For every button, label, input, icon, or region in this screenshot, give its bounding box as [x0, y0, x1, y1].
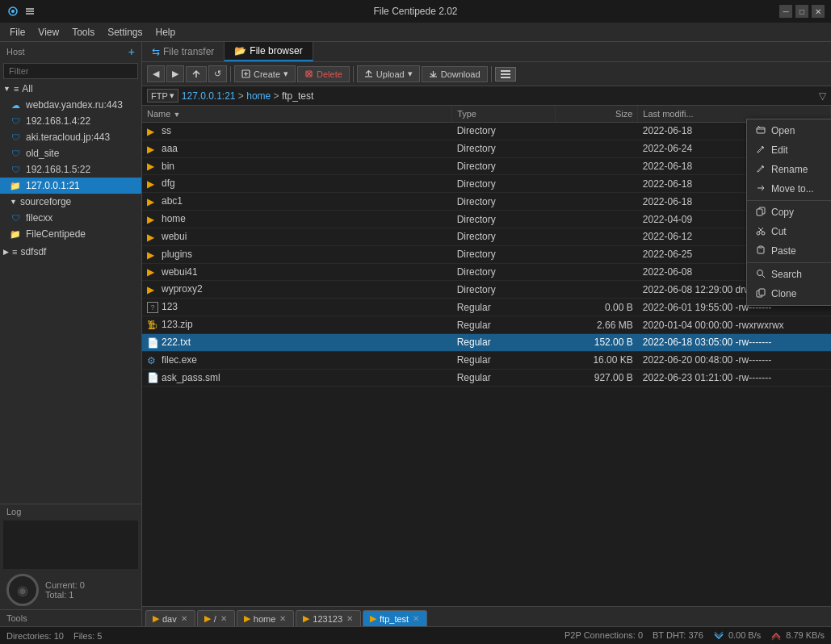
hamburger-menu-button[interactable]: [495, 67, 516, 82]
delete-button[interactable]: Delete: [297, 66, 350, 82]
menu-help[interactable]: Help: [149, 25, 183, 40]
sidebar-add-button[interactable]: +: [128, 45, 135, 58]
upload-button[interactable]: Upload ▾: [357, 65, 420, 82]
ctx-rename[interactable]: Rename F2: [747, 160, 831, 179]
ctx-copy[interactable]: Copy Ctrl+C: [747, 203, 831, 222]
file-table-body: ▶ssDirectory2022-06-18▶aaaDirectory2022-…: [142, 123, 831, 387]
ctx-paste[interactable]: Paste Ctrl+V: [747, 241, 831, 261]
folder-icon: ▶: [147, 178, 158, 190]
menu-file[interactable]: File: [3, 25, 31, 40]
log-area: [3, 521, 138, 569]
sidebar-group-all[interactable]: ▼ ≡ All: [0, 81, 141, 97]
col-size[interactable]: Size: [556, 106, 638, 123]
cell-size: [556, 263, 638, 281]
bottom-tab-close-button[interactable]: ✕: [279, 614, 287, 623]
table-row[interactable]: ▶webuiDirectory2022-06-12: [142, 228, 831, 245]
sidebar-item-filecentipede[interactable]: 📁 FileCentipede: [0, 226, 141, 242]
bottom-tab-ftp_test[interactable]: ▶ ftp_test ✕: [363, 610, 427, 626]
sidebar-group-sdfsdf[interactable]: ▶ ≡ sdfsdf: [0, 244, 141, 260]
crumb-home[interactable]: home: [246, 90, 271, 102]
ctx-moveto[interactable]: Move to...: [747, 179, 831, 199]
forward-button[interactable]: ▶: [166, 65, 184, 82]
bottom-tab-close-button[interactable]: ✕: [346, 614, 354, 623]
current-label: Current:: [45, 580, 78, 590]
maximize-button[interactable]: □: [795, 5, 808, 18]
bottom-tab-123123[interactable]: ▶ 123123 ✕: [296, 610, 361, 626]
up-button[interactable]: [186, 66, 207, 82]
table-row[interactable]: ▶dfgDirectory2022-06-18: [142, 175, 831, 193]
bottom-tab-close-button[interactable]: ✕: [412, 614, 420, 623]
create-button[interactable]: Create ▾: [234, 65, 296, 82]
col-name[interactable]: Name ▼: [142, 106, 452, 123]
ctx-sep-1: [747, 200, 831, 201]
status-bdt: BT DHT: 376: [653, 630, 703, 641]
table-row[interactable]: 📄ask_pass.smlRegular927.00 B2022-06-23 0…: [142, 369, 831, 387]
close-button[interactable]: ✕: [812, 5, 825, 18]
bottom-tab-dav[interactable]: ▶ dav ✕: [145, 610, 195, 626]
bottom-tab-home[interactable]: ▶ home ✕: [237, 610, 295, 626]
table-row[interactable]: 🗜123.zipRegular2.66 MB2020-01-04 00:00:0…: [142, 316, 831, 334]
folder-icon: ▶: [147, 144, 158, 155]
sidebar-group-sourceforge[interactable]: ▼ sourceforge: [0, 194, 141, 210]
sidebar-item-filecxx[interactable]: 🛡 filecxx: [0, 210, 141, 226]
table-row[interactable]: ▶pluginsDirectory2022-06-25: [142, 245, 831, 263]
table-row[interactable]: ▶aaaDirectory2022-06-24: [142, 140, 831, 157]
table-row[interactable]: 📄222.txtRegular152.00 B2022-06-18 03:05:…: [142, 333, 831, 351]
table-row[interactable]: ?123Regular0.00 B2022-06-01 19:55:00 -rw…: [142, 299, 831, 316]
sidebar-item-local[interactable]: 📁 127.0.0.1:21: [0, 178, 141, 194]
sidebar-filter-input[interactable]: [3, 63, 138, 79]
cell-size: 152.00 B: [556, 333, 638, 351]
cell-name: ▶aaa: [142, 140, 452, 157]
bottom-tab-close-button[interactable]: ✕: [180, 614, 188, 623]
crumb-root[interactable]: 127.0.0.1:21: [182, 90, 236, 102]
table-row[interactable]: ▶ssDirectory2022-06-18: [142, 123, 831, 140]
protocol-dropdown[interactable]: FTP ▾: [147, 89, 178, 102]
sidebar-item-webdav[interactable]: ☁ webdav.yandex.ru:443: [0, 97, 141, 113]
table-row[interactable]: ▶wyproxy2Directory2022-06-08 12:29:00 dr…: [142, 281, 831, 299]
file-table-container[interactable]: Name ▼ Type Size Last modifi...: [142, 106, 831, 606]
table-row[interactable]: ▶webui41Directory2022-06-08: [142, 263, 831, 281]
sidebar-item-old-site[interactable]: 🛡 old_site: [0, 145, 141, 161]
ctx-search[interactable]: Search Ctrl+F: [747, 265, 831, 284]
minimize-button[interactable]: ─: [779, 5, 792, 18]
table-row[interactable]: ▶homeDirectory2022-04-09: [142, 211, 831, 228]
download-button[interactable]: Download: [422, 66, 488, 82]
address-filter-icon[interactable]: ▽: [819, 90, 826, 102]
cell-type: Directory: [452, 123, 556, 140]
back-button[interactable]: ◀: [147, 65, 165, 82]
svg-rect-10: [759, 246, 762, 248]
sidebar-all-text: All: [22, 83, 32, 94]
main-area: Host + ▼ ≡ All ☁ webdav.yandex.ru:443 🛡 …: [0, 42, 831, 626]
tab-folder-icon: ▶: [244, 613, 250, 624]
table-row[interactable]: ⚙filec.exeRegular16.00 KB2022-06-20 00:4…: [142, 351, 831, 369]
table-row[interactable]: ▶abc1Directory2022-06-18: [142, 193, 831, 211]
col-type[interactable]: Type: [452, 106, 556, 123]
menubar: File View Tools Settings Help: [0, 23, 831, 42]
bottom-tab-root[interactable]: ▶ / ✕: [197, 610, 235, 626]
menu-settings[interactable]: Settings: [101, 25, 149, 40]
tab-file-browser[interactable]: 📂 File browser: [225, 42, 313, 61]
tools-label: Tools: [6, 613, 27, 623]
sidebar-item-label: webdav.yandex.ru:443: [26, 99, 123, 111]
sidebar-item-ip1[interactable]: 🛡 192.168.1.4:22: [0, 113, 141, 129]
create-label: Create: [254, 69, 280, 79]
refresh-button[interactable]: ↺: [208, 65, 227, 82]
ctx-edit[interactable]: Edit Ctrl+E: [747, 140, 831, 160]
sidebar-item-aki[interactable]: 🛡 aki.teracloud.jp:443: [0, 129, 141, 145]
menu-tools[interactable]: Tools: [65, 25, 101, 40]
table-row[interactable]: ▶binDirectory2022-06-18: [142, 157, 831, 175]
cell-name: ⚙filec.exe: [142, 351, 452, 369]
titlebar-left: [6, 5, 36, 18]
tab-file-transfer[interactable]: ⇆ File transfer: [142, 42, 225, 61]
cell-name: ▶ss: [142, 123, 452, 140]
ctx-cut[interactable]: Cut Ctrl+X: [747, 222, 831, 241]
toolbar-sep-2: [353, 66, 354, 82]
cell-name: ▶webui: [142, 228, 452, 245]
bottom-tab-label: dav: [162, 614, 177, 624]
ctx-open[interactable]: Open Return: [747, 121, 831, 140]
bottom-tab-label: 123123: [313, 614, 342, 624]
sidebar-item-ip2[interactable]: 🛡 192.168.1.5:22: [0, 161, 141, 178]
bottom-tab-close-button[interactable]: ✕: [220, 614, 228, 623]
ctx-clone[interactable]: Clone: [747, 284, 831, 303]
menu-view[interactable]: View: [31, 25, 65, 40]
